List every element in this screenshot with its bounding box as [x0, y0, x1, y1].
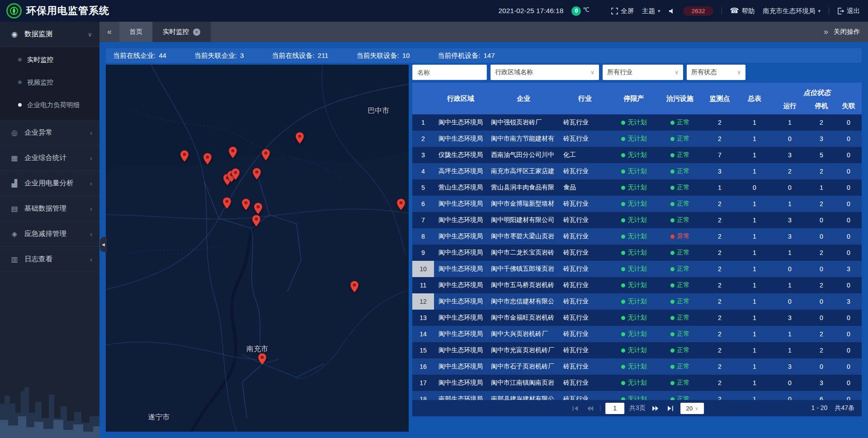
- row-lost: 0: [835, 228, 862, 245]
- close-icon[interactable]: ×: [193, 28, 200, 36]
- row-points: 2: [703, 375, 737, 391]
- theme-dropdown[interactable]: 主题 ▾: [642, 7, 660, 15]
- row-stop: 2: [807, 114, 835, 131]
- prev-page-button[interactable]: [585, 403, 595, 413]
- row-index: 17: [412, 375, 434, 391]
- map-pin[interactable]: [261, 149, 270, 161]
- table-row[interactable]: 7阆中生态环境局阆中明阳建材有限公司砖瓦行业无计划正常21300: [412, 212, 862, 228]
- name-filter-input[interactable]: [412, 65, 487, 80]
- row-limit-status: 无计划: [610, 358, 657, 375]
- last-page-button[interactable]: [665, 403, 675, 413]
- row-stop: 2: [807, 326, 835, 342]
- table-row[interactable]: 10阆中生态环境局阆中千佛镇五郎垭页岩砖瓦行业无计划正常21003: [412, 261, 862, 277]
- map-pin[interactable]: [241, 198, 251, 211]
- sidebar-subitem-label: 实时监控: [27, 56, 53, 64]
- row-run: 1: [772, 196, 807, 212]
- speaker-icon: [668, 8, 675, 14]
- table-row[interactable]: 14阆中生态环境局阆中大兴页岩机砖厂砖瓦行业无计划正常21120: [412, 326, 862, 342]
- row-points: 2: [703, 277, 737, 293]
- map-pin[interactable]: [251, 215, 261, 227]
- map-pin[interactable]: [180, 150, 189, 162]
- table-row[interactable]: 5营山生态环境局营山县润丰肉食品有限食品无计划正常10010: [412, 179, 862, 196]
- map-pin[interactable]: [254, 203, 263, 215]
- sidebar-item-video-monitor[interactable]: 视频监控: [0, 71, 99, 94]
- map-pin[interactable]: [228, 146, 238, 159]
- table-row[interactable]: 6阆中生态环境局阆中市金博瑞新型墙材砖瓦行业无计划正常21120: [412, 196, 862, 212]
- table-row[interactable]: 12阆中生态环境局阆中市忠信建材有限公砖瓦行业无计划正常21003: [412, 293, 862, 310]
- map-pin[interactable]: [295, 132, 304, 144]
- first-page-button[interactable]: [570, 403, 580, 413]
- row-meters: 1: [737, 375, 772, 391]
- sidebar-item-company-abnormal[interactable]: ◎企业异常‹: [0, 120, 99, 146]
- row-stop: 3: [807, 131, 835, 147]
- map-pin[interactable]: [231, 168, 240, 180]
- table-row[interactable]: 16阆中生态环境局阆中市石子页岩机砖厂砖瓦行业无计划正常21300: [412, 358, 862, 375]
- sidebar-item-company-statistics[interactable]: ▦企业综合统计‹: [0, 146, 99, 171]
- page-size-select[interactable]: 20 ∨: [680, 403, 704, 414]
- table-row[interactable]: 4高坪生态环境局南充市高坪区王家店建砖瓦行业无计划正常31220: [412, 163, 862, 179]
- table-row[interactable]: 11阆中生态环境局阆中市五马桥页岩机砖砖瓦行业无计划正常21120: [412, 277, 862, 293]
- row-points: 2: [703, 196, 737, 212]
- tabs-scroll-right-button[interactable]: »: [824, 27, 828, 37]
- sidebar-item-power-load-detail[interactable]: 企业电力负荷明细: [0, 94, 99, 116]
- table-row[interactable]: 18南部生态环境局南部县建兴建材有限公砖瓦行业无计划正常21060: [412, 391, 862, 400]
- row-company: 阆中市枣碧大梁山页岩: [487, 228, 560, 245]
- industry-filter-select[interactable]: 所有行业 ∨: [603, 65, 683, 80]
- logout-button[interactable]: 退出: [837, 7, 860, 15]
- tabs-scroll-left-button[interactable]: «: [99, 22, 119, 42]
- facility-status-text: 正常: [677, 200, 690, 208]
- collapse-map-handle[interactable]: ◀: [100, 237, 107, 252]
- announcement-button[interactable]: [668, 8, 675, 14]
- table-row[interactable]: 2阆中生态环境局阆中市南方节能建材有砖瓦行业无计划正常21030: [412, 131, 862, 147]
- close-operations-button[interactable]: 关闭操作: [834, 28, 860, 36]
- row-industry: 化工: [560, 147, 610, 163]
- map-pin[interactable]: [203, 153, 212, 165]
- tab-home[interactable]: 首页: [119, 22, 153, 42]
- row-limit-status: 无计划: [610, 261, 657, 277]
- org-dropdown[interactable]: 南充市生态环境局 ▾: [763, 7, 821, 15]
- table-row[interactable]: 17阆中生态环境局阆中市江南镇阆南页岩砖瓦行业无计划正常21030: [412, 375, 862, 391]
- table-row[interactable]: 1阆中生态环境局阆中强锐页岩砖厂砖瓦行业无计划正常21120: [412, 114, 862, 131]
- divider: [722, 7, 722, 14]
- facility-status-text: 正常: [677, 135, 690, 143]
- row-industry: 砖瓦行业: [560, 326, 610, 342]
- table-row[interactable]: 15阆中生态环境局阆中市光富页岩机砖厂砖瓦行业无计划正常21120: [412, 342, 862, 358]
- limit-status-text: 无计划: [628, 379, 647, 387]
- chevron-down-icon: ∨: [737, 69, 741, 75]
- row-meters: 1: [737, 147, 772, 163]
- tab-realtime[interactable]: 实时监控×: [153, 22, 211, 42]
- table-row[interactable]: 13阆中生态环境局阆中市金福旺页岩机砖砖瓦行业无计划正常21300: [412, 310, 862, 326]
- limit-status-text: 无计划: [628, 249, 647, 257]
- row-index: 15: [412, 342, 434, 358]
- sidebar-item-power-analysis[interactable]: ▟企业用电量分析‹: [0, 171, 99, 196]
- sidebar-item-realtime-monitor[interactable]: 实时监控: [0, 48, 99, 71]
- map-pin[interactable]: [350, 281, 359, 293]
- map-pin[interactable]: [222, 197, 232, 209]
- region-filter-select[interactable]: 行政区域名称 ∨: [491, 65, 599, 80]
- tab-list: 首页实时监控×: [119, 22, 211, 42]
- map-canvas[interactable]: 巴中市南充市遂宁市: [106, 65, 409, 432]
- map-pin[interactable]: [252, 168, 262, 180]
- page-input[interactable]: [605, 403, 624, 414]
- status-filter-select[interactable]: 所有状态 ∨: [687, 65, 745, 80]
- help-button[interactable]: ☎ 帮助: [730, 7, 755, 15]
- row-limit-status: 无计划: [610, 196, 657, 212]
- next-page-button[interactable]: [651, 403, 660, 413]
- bullet-icon: [18, 80, 22, 84]
- row-company: 阆中市忠信建材有限公: [487, 293, 560, 310]
- table-row[interactable]: 9阆中生态环境局阆中市二龙长宝页岩砖砖瓦行业无计划正常21120: [412, 245, 862, 261]
- sidebar-item-data-monitor[interactable]: ◉数据监测∨: [0, 22, 99, 47]
- sidebar-item-log-view[interactable]: ▥日志查看‹: [0, 247, 99, 272]
- table-row[interactable]: 3仪陇生态环境局西南油气田分公司川中化工无计划正常71350: [412, 147, 862, 163]
- fullscreen-button[interactable]: 全屏: [611, 7, 634, 15]
- sidebar-item-emergency-reduce[interactable]: ◈应急减排管理‹: [0, 221, 99, 247]
- table-row[interactable]: 8阆中生态环境局阆中市枣碧大梁山页岩砖瓦行业无计划异常21300: [412, 228, 862, 245]
- map-pin[interactable]: [258, 353, 267, 365]
- row-run: 2: [772, 163, 807, 179]
- sidebar-item-base-data[interactable]: ▤基础数据管理‹: [0, 196, 99, 221]
- row-points: 2: [703, 245, 737, 261]
- map-pin[interactable]: [396, 198, 406, 211]
- pin-icon: [251, 215, 261, 227]
- row-limit-status: 无计划: [610, 245, 657, 261]
- alert-count-badge[interactable]: 2632: [683, 6, 713, 16]
